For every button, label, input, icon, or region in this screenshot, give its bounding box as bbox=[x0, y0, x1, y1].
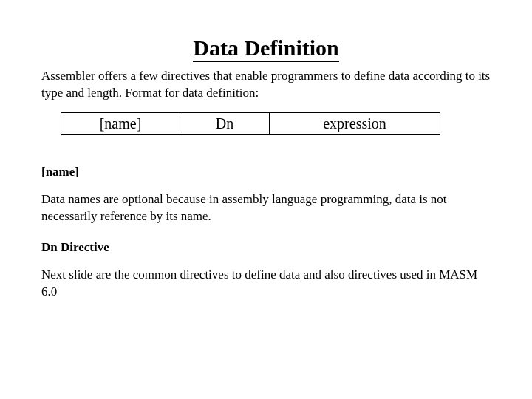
section-body-name: Data names are optional because in assem… bbox=[41, 191, 491, 225]
section-heading-name: [name] bbox=[41, 165, 491, 180]
section-heading-dn: Dn Directive bbox=[41, 240, 491, 255]
format-cell-expression: expression bbox=[270, 112, 440, 134]
intro-text: Assembler offers a few directives that e… bbox=[41, 68, 491, 102]
section-body-dn: Next slide are the common directives to … bbox=[41, 267, 491, 301]
format-cell-dn: Dn bbox=[180, 112, 270, 134]
title-wrap: Data Definition bbox=[41, 35, 491, 64]
page-title: Data Definition bbox=[193, 35, 339, 62]
table-row: [name] Dn expression bbox=[61, 112, 440, 134]
format-cell-name: [name] bbox=[61, 112, 180, 134]
format-table: [name] Dn expression bbox=[61, 112, 440, 135]
slide-content: Data Definition Assembler offers a few d… bbox=[0, 0, 532, 336]
